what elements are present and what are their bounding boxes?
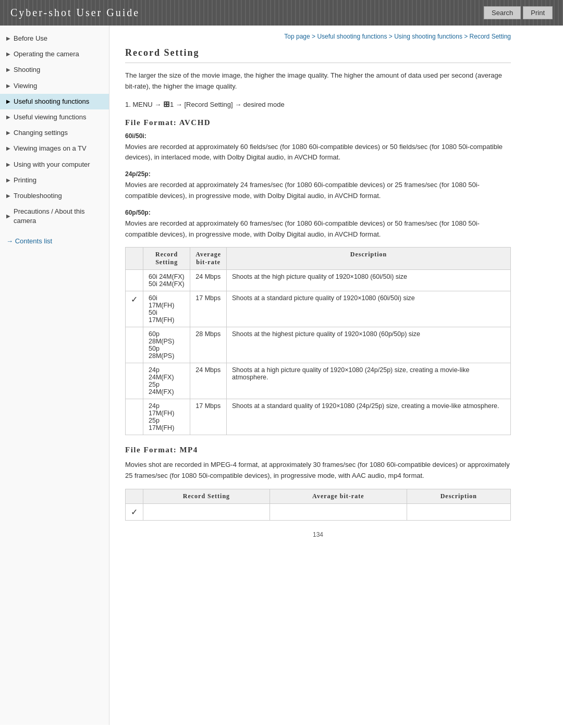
arrow-icon: ▶	[6, 161, 10, 168]
breadcrumb: Top page > Useful shooting functions > U…	[125, 33, 511, 40]
table-cell-bitrate: 28 Mbps	[190, 327, 227, 363]
table-cell-description: Shoots at a standard picture quality of …	[227, 291, 511, 327]
avchd-60p-label: 60p/50p:	[125, 209, 511, 216]
table-cell-bitrate: 17 Mbps	[190, 291, 227, 327]
arrow-icon: ▶	[6, 129, 10, 137]
page-number: 134	[125, 531, 511, 538]
page-title: Record Setting	[125, 47, 511, 63]
avchd-60i-text: Movies are recorded at approximately 60 …	[125, 142, 511, 164]
sidebar-item-operating[interactable]: ▶ Operating the camera	[0, 46, 109, 62]
table-row: 60i 24M(FX)50i 24M(FX) 24 Mbps Shoots at…	[126, 270, 511, 291]
mp4-table: Record Setting Average bit-rate Descript…	[125, 489, 511, 521]
sidebar-item-precautions[interactable]: ▶ Precautions / About this camera	[0, 204, 109, 229]
sidebar-item-printing[interactable]: ▶ Printing	[0, 172, 109, 188]
table-header-bitrate: Average bit-rate	[270, 489, 407, 503]
table-row: ✓ 60i 17M(FH)50i 17M(FH) 17 Mbps Shoots …	[126, 291, 511, 327]
arrow-icon: ▶	[6, 213, 10, 220]
sidebar-item-label: Useful shooting functions	[14, 97, 89, 106]
table-header-record-setting: RecordSetting	[143, 248, 190, 270]
sidebar-item-label: Viewing	[14, 81, 37, 91]
table-cell-bitrate: 17 Mbps	[190, 399, 227, 435]
table-cell-setting: 24p24M(FX)25p24M(FX)	[143, 363, 190, 399]
search-button[interactable]: Search	[484, 6, 521, 19]
arrow-icon: ▶	[6, 51, 10, 58]
sidebar-item-label: Viewing images on a TV	[14, 144, 87, 153]
arrow-icon: ▶	[6, 192, 10, 200]
table-cell-bitrate	[270, 503, 407, 520]
layout: ▶ Before Use ▶ Operating the camera ▶ Sh…	[0, 26, 563, 725]
table-cell-description: Shoots at a high picture quality of 1920…	[227, 363, 511, 399]
sidebar: ▶ Before Use ▶ Operating the camera ▶ Sh…	[0, 26, 109, 725]
table-cell-setting: 60i 24M(FX)50i 24M(FX)	[143, 270, 190, 291]
sidebar-item-label: Shooting	[14, 65, 40, 75]
print-button[interactable]: Print	[523, 6, 553, 19]
table-cell-check	[126, 327, 143, 363]
table-row: 60p28M(PS)50p28M(PS) 28 Mbps Shoots at t…	[126, 327, 511, 363]
table-cell-setting: 60i 17M(FH)50i 17M(FH)	[143, 291, 190, 327]
contents-list-link[interactable]: Contents list	[6, 237, 52, 245]
table-header-bitrate: Averagebit-rate	[190, 248, 227, 270]
sidebar-item-label: Printing	[14, 176, 36, 185]
table-cell-setting	[143, 503, 270, 520]
table-row: 24p24M(FX)25p24M(FX) 24 Mbps Shoots at a…	[126, 363, 511, 399]
sidebar-item-troubleshooting[interactable]: ▶ Troubleshooting	[0, 188, 109, 204]
table-header-description: Description	[227, 248, 511, 270]
sidebar-item-label: Changing settings	[14, 128, 68, 138]
arrow-icon: ▶	[6, 177, 10, 184]
sidebar-item-useful-viewing[interactable]: ▶ Useful viewing functions	[0, 109, 109, 125]
main-content: Top page > Useful shooting functions > U…	[109, 26, 527, 725]
mp4-text: Movies shot are recorded in MPEG-4 forma…	[125, 460, 511, 482]
sidebar-item-shooting[interactable]: ▶ Shooting	[0, 62, 109, 78]
breadcrumb-current: Record Setting	[470, 33, 511, 40]
mp4-heading: File Format: MP4	[125, 446, 511, 454]
avchd-24p-label: 24p/25p:	[125, 170, 511, 178]
sidebar-item-label: Useful viewing functions	[14, 113, 86, 122]
breadcrumb-useful-shooting[interactable]: Useful shooting functions	[317, 33, 387, 40]
table-header-check	[126, 248, 143, 270]
header-buttons: Search Print	[484, 6, 553, 19]
sidebar-item-useful-shooting[interactable]: ▶ Useful shooting functions	[0, 94, 109, 109]
table-cell-check	[126, 399, 143, 435]
header: Cyber-shot User Guide Search Print	[0, 0, 563, 26]
menu-instruction: 1. MENU → ⊞1 → [Record Setting] → desire…	[125, 100, 511, 109]
table-row: ✓	[126, 503, 511, 520]
sidebar-item-label: Operating the camera	[14, 50, 79, 59]
table-cell-check	[126, 270, 143, 291]
avchd-60i-label: 60i/50i:	[125, 132, 511, 140]
table-cell-description: Shoots at the high picture quality of 19…	[227, 270, 511, 291]
table-cell-bitrate: 24 Mbps	[190, 270, 227, 291]
avchd-heading: File Format: AVCHD	[125, 118, 511, 127]
table-cell-setting: 60p28M(PS)50p28M(PS)	[143, 327, 190, 363]
sidebar-item-tv[interactable]: ▶ Viewing images on a TV	[0, 141, 109, 156]
sidebar-item-label: Before Use	[14, 34, 47, 43]
table-cell-description: Shoots at the highest picture quality of…	[227, 327, 511, 363]
avchd-24p-text: Movies are recorded at approximately 24 …	[125, 180, 511, 202]
checkmark-icon: ✓	[131, 508, 138, 516]
table-cell-setting: 24p17M(FH)25p17M(FH)	[143, 399, 190, 435]
avchd-table: RecordSetting Averagebit-rate Descriptio…	[125, 247, 511, 435]
checkmark-icon: ✓	[131, 295, 138, 304]
table-cell-description: Shoots at a standard quality of 1920×108…	[227, 399, 511, 435]
breadcrumb-using-shooting[interactable]: Using shooting functions	[394, 33, 462, 40]
arrow-icon: ▶	[6, 66, 10, 73]
table-row: 24p17M(FH)25p17M(FH) 17 Mbps Shoots at a…	[126, 399, 511, 435]
arrow-icon: ▶	[6, 98, 10, 105]
table-header-check	[126, 489, 143, 503]
sidebar-item-label: Troubleshooting	[14, 191, 62, 201]
avchd-60p-text: Movies are recorded at approximately 60 …	[125, 218, 511, 240]
sidebar-item-computer[interactable]: ▶ Using with your computer	[0, 157, 109, 172]
table-cell-description	[407, 503, 510, 520]
table-cell-bitrate: 24 Mbps	[190, 363, 227, 399]
breadcrumb-top[interactable]: Top page	[284, 33, 310, 40]
sidebar-item-changing-settings[interactable]: ▶ Changing settings	[0, 125, 109, 141]
table-header-record-setting: Record Setting	[143, 489, 270, 503]
table-cell-check	[126, 363, 143, 399]
intro-text: The larger the size of the movie image, …	[125, 70, 511, 92]
arrow-icon: ▶	[6, 82, 10, 90]
sidebar-footer: Contents list	[0, 232, 109, 250]
table-cell-check: ✓	[126, 291, 143, 327]
site-title: Cyber-shot User Guide	[10, 7, 140, 19]
sidebar-item-before-use[interactable]: ▶ Before Use	[0, 31, 109, 46]
table-header-description: Description	[407, 489, 510, 503]
sidebar-item-viewing[interactable]: ▶ Viewing	[0, 78, 109, 94]
